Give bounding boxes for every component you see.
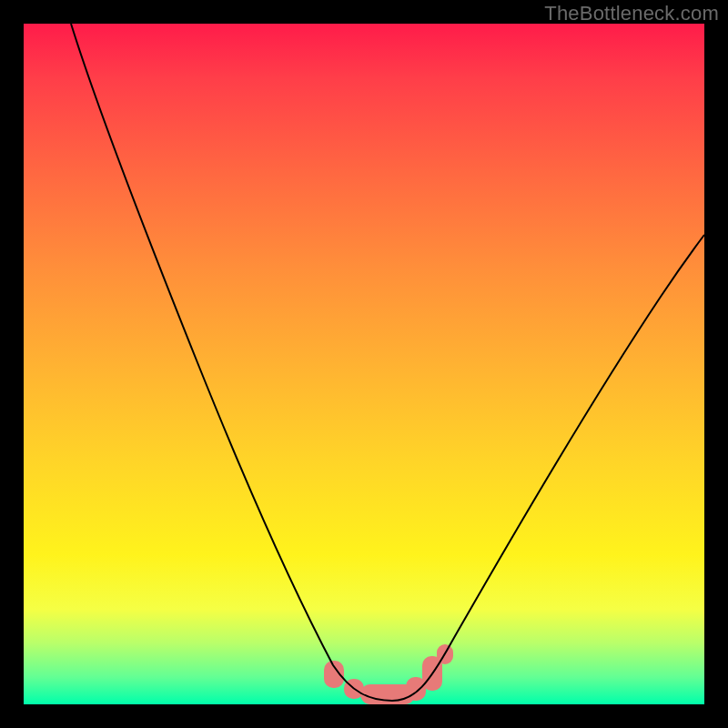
- watermark-text: TheBottleneck.com: [544, 2, 719, 25]
- chart-frame: TheBottleneck.com: [0, 0, 728, 728]
- marker-dot: [324, 661, 344, 688]
- curve-right: [392, 235, 704, 701]
- valley-markers: [324, 644, 453, 704]
- plot-area: [24, 24, 704, 704]
- curve-left: [71, 24, 392, 701]
- bottleneck-curve: [24, 24, 704, 704]
